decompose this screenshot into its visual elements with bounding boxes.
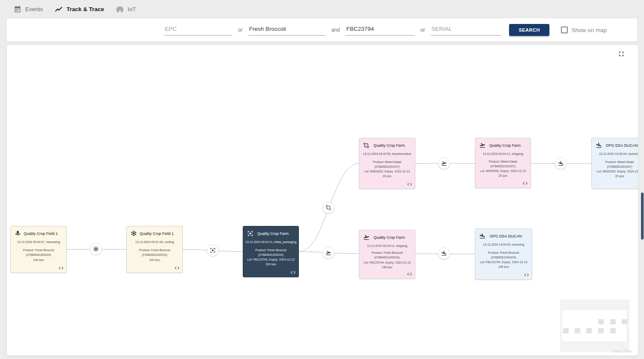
flight-landing-icon	[479, 233, 486, 239]
node-gtin: (07684531000024)	[477, 255, 531, 260]
node-title: Quality Crop Farm	[253, 231, 295, 236]
node-title: Quality Crop Farm	[370, 143, 411, 148]
epc-input[interactable]	[164, 24, 233, 36]
search-button[interactable]: SEARCH	[509, 24, 549, 36]
node-title: Quality Crop Farm	[370, 235, 411, 240]
node-quantity: 200 box	[12, 258, 65, 262]
node-quantity: 20 pcs	[593, 174, 638, 178]
search-panel: or and or SEARCH Show on map	[7, 18, 637, 42]
node-quantity: 199 box	[477, 264, 531, 269]
harvest-icon	[15, 230, 21, 237]
product-input[interactable]	[248, 24, 326, 36]
vertical-scrollbar-thumb[interactable]	[641, 193, 644, 240]
react-flow-attribution: React Flow	[613, 349, 632, 353]
show-on-map-checkbox[interactable]	[561, 27, 568, 33]
minimap-node	[610, 328, 616, 333]
tab-iot[interactable]: IoT	[116, 6, 136, 13]
node-quantity: 200 box	[128, 258, 181, 262]
flow-node-cooling[interactable]: Quality Crop Field 1 13.12.2024 09:41:44…	[126, 226, 183, 273]
flow-node-shipping-salad[interactable]: Quality Crop Farm 13.12.2024 09:44:12, s…	[475, 138, 531, 188]
flow-edges	[7, 45, 638, 356]
flight-takeoff-icon	[479, 142, 486, 148]
node-timestamp: 13.12.2024 09:42:11, initial_packaging	[243, 240, 298, 243]
minimap-node	[598, 328, 604, 333]
show-on-map-label: Show on map	[572, 27, 607, 33]
node-gtin: (07684531000024)	[244, 252, 297, 257]
code-icon[interactable]	[407, 271, 412, 277]
flow-node-shipping-broccoli[interactable]: Quality Crop Farm 13.12.2024 09:44:12, s…	[359, 230, 415, 279]
node-title: Quality Crop Field 1	[21, 231, 63, 236]
node-gtin: (07684531001007)	[477, 164, 529, 169]
flight-takeoff-icon	[441, 160, 447, 166]
edge-icon-receiving[interactable]	[438, 247, 450, 259]
flow-node-receiving-broccoli[interactable]: OPG DSA DUCAN 13.12.2024 13:00:00, recei…	[475, 228, 532, 280]
or-label: or	[238, 27, 243, 33]
node-lot: Lot: MS00252, Expiry: 2024-12-13	[361, 169, 414, 174]
minimap-node	[598, 319, 604, 324]
snowflake-icon	[131, 230, 137, 237]
tab-iot-label: IoT	[128, 6, 136, 12]
edge-icon-transformation[interactable]	[322, 202, 334, 214]
node-timestamp: 13.12.2024 09:44:12, shipping	[359, 244, 415, 247]
flow-node-harvesting[interactable]: Quality Crop Field 1 13.12.2024 09:40:07…	[10, 226, 67, 273]
node-quantity: 20 pcs	[361, 174, 414, 178]
node-timestamp: 13.12.2024 09:42:55, transformation	[359, 152, 415, 155]
iot-icon	[116, 6, 124, 13]
packaging-icon	[247, 230, 253, 237]
code-icon[interactable]	[290, 270, 296, 275]
edge-icon-shipping[interactable]	[322, 247, 334, 259]
node-lot: Lot: FBC23794, Expiry: 2024-12-13	[477, 260, 531, 264]
node-timestamp: 13.12.2024 13:00:00, receiving	[475, 243, 532, 246]
node-gtin: (07684531000024)	[128, 252, 181, 257]
crop-icon	[363, 142, 370, 148]
node-gtin: (07684531000024)	[361, 255, 414, 260]
node-title: OPG DSA DUCAN	[486, 234, 528, 238]
node-timestamp: 13.12.2024 09:41:44, cooling	[127, 240, 182, 243]
node-lot: Lot: MS00252, Expiry: 2024-12-13	[593, 169, 638, 174]
flow-canvas[interactable]: Quality Crop Field 1 13.12.2024 09:40:07…	[7, 45, 638, 356]
top-tab-bar: Events Track & Trace IoT	[0, 0, 644, 18]
tab-events[interactable]: Events	[14, 6, 43, 13]
code-icon[interactable]	[174, 265, 180, 271]
fullscreen-button[interactable]	[617, 50, 625, 58]
minimap-node	[575, 328, 580, 333]
tab-track-trace[interactable]: Track & Trace	[55, 6, 104, 13]
edge-icon-receiving[interactable]	[555, 157, 567, 169]
node-lot: Lot: FBC23794, Expiry: 2024-12-13	[361, 260, 414, 265]
flight-landing-icon	[596, 142, 602, 148]
node-gtin: (07684531001007)	[593, 164, 638, 169]
packaging-icon	[210, 247, 216, 253]
flight-takeoff-icon	[325, 250, 331, 256]
track-trace-icon	[55, 6, 63, 13]
code-icon[interactable]	[58, 265, 64, 271]
code-icon[interactable]	[524, 272, 529, 278]
node-quantity: 199 box	[361, 265, 414, 270]
flight-takeoff-icon	[363, 234, 370, 240]
node-product: Product: Fresh Broccoli	[244, 248, 297, 252]
node-quantity: 20 pcs	[477, 173, 529, 178]
flow-node-receiving-salad[interactable]: OPG DSA DUCAN 13.12.2024 13:05:04, recei…	[591, 138, 638, 189]
edge-icon-shipping[interactable]	[438, 157, 450, 169]
lot-input[interactable]	[346, 24, 415, 36]
minimap-node	[563, 328, 569, 333]
flow-minimap[interactable]	[560, 300, 629, 352]
tab-track-trace-label: Track & Trace	[66, 6, 104, 12]
or-label: or	[420, 27, 425, 33]
flow-node-initial-packaging[interactable]: Quality Crop Farm 13.12.2024 09:42:11, i…	[243, 226, 299, 277]
node-lot: Lot: MS00252, Expiry: 2024-12-13	[477, 169, 529, 173]
node-gtin: (07684531001007)	[361, 164, 414, 169]
code-icon[interactable]	[522, 181, 528, 186]
flow-node-transformation[interactable]: Quality Crop Farm 13.12.2024 09:42:55, t…	[359, 138, 415, 189]
show-on-map-toggle[interactable]: Show on map	[561, 27, 607, 33]
events-icon	[14, 6, 21, 13]
flight-landing-icon	[558, 160, 564, 166]
crop-icon	[325, 205, 331, 211]
node-title: OPG DSA DUCAN	[602, 143, 638, 148]
node-product: Product: Fresh Broccoli	[361, 250, 414, 255]
serial-input[interactable]	[430, 24, 501, 36]
node-quantity: 200 box	[244, 262, 297, 267]
edge-icon-packaging[interactable]	[207, 244, 219, 256]
minimap-viewport	[562, 310, 626, 341]
code-icon[interactable]	[407, 181, 412, 187]
edge-icon-cooling[interactable]	[90, 243, 102, 255]
